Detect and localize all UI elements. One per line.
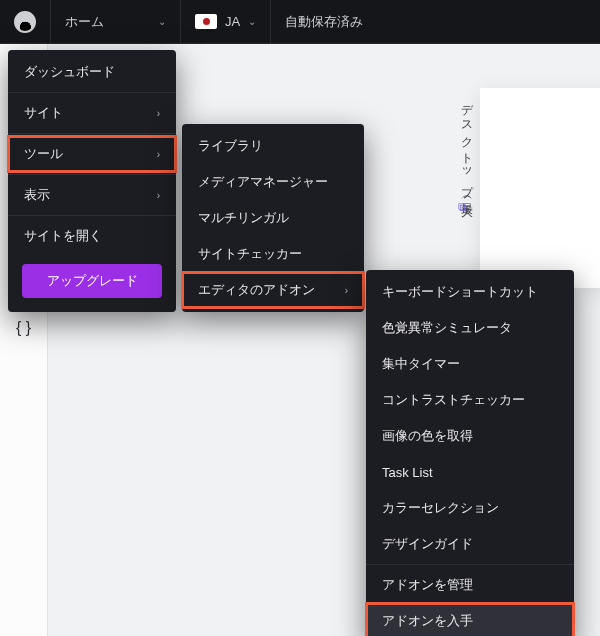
home-dropdown[interactable]: ホーム ⌄ xyxy=(51,0,181,43)
flag-jp-icon xyxy=(195,14,217,29)
submenu-item-multilingual[interactable]: マルチリンガル xyxy=(182,200,364,236)
language-code: JA xyxy=(225,14,240,29)
topbar: ホーム ⌄ JA ⌄ 自動保存済み xyxy=(0,0,600,44)
addon-item-keyboard-shortcuts[interactable]: キーボードショートカット xyxy=(366,274,574,310)
app-logo-icon xyxy=(14,11,36,33)
menu-item-tools[interactable]: ツール› xyxy=(8,136,176,172)
addon-item-color-selection[interactable]: カラーセレクション xyxy=(366,490,574,526)
chevron-right-icon: › xyxy=(345,285,348,296)
copy-icon[interactable]: ⧉ xyxy=(458,200,467,214)
chevron-right-icon: › xyxy=(157,108,160,119)
menu-item-view[interactable]: 表示› xyxy=(8,177,176,213)
code-braces-icon[interactable]: { } xyxy=(0,310,47,346)
chevron-right-icon: › xyxy=(157,149,160,160)
addons-submenu: キーボードショートカット 色覚異常シミュレータ 集中タイマー コントラストチェッ… xyxy=(366,270,574,636)
tools-submenu: ライブラリ メディアマネージャー マルチリンガル サイトチェッカー エディタのア… xyxy=(182,124,364,312)
addon-item-contrast-checker[interactable]: コントラストチェッカー xyxy=(366,382,574,418)
addon-item-task-list[interactable]: Task List xyxy=(366,454,574,490)
language-dropdown[interactable]: JA ⌄ xyxy=(181,0,271,43)
chevron-down-icon: ⌄ xyxy=(158,16,166,27)
menu-item-open-site[interactable]: サイトを開く xyxy=(8,218,176,254)
addon-item-get-image-color[interactable]: 画像の色を取得 xyxy=(366,418,574,454)
addon-item-manage-addons[interactable]: アドオンを管理 xyxy=(366,567,574,603)
main-menu: ダッシュボード サイト› ツール› 表示› サイトを開く アップグレード xyxy=(8,50,176,312)
addon-item-focus-timer[interactable]: 集中タイマー xyxy=(366,346,574,382)
menu-item-site[interactable]: サイト› xyxy=(8,95,176,131)
autosave-label: 自動保存済み xyxy=(285,13,363,31)
submenu-item-library[interactable]: ライブラリ xyxy=(182,128,364,164)
upgrade-button[interactable]: アップグレード xyxy=(22,264,162,298)
preview-card xyxy=(480,88,600,288)
chevron-right-icon: › xyxy=(157,190,160,201)
autosave-status: 自動保存済み xyxy=(271,0,377,43)
submenu-item-site-checker[interactable]: サイトチェッカー xyxy=(182,236,364,272)
addon-item-get-addons[interactable]: アドオンを入手 xyxy=(366,603,574,636)
home-label: ホーム xyxy=(65,13,104,31)
submenu-item-editor-addons[interactable]: エディタのアドオン› xyxy=(182,272,364,308)
viewport-label: デスクトップ（最大） xyxy=(458,96,475,200)
addon-item-design-guide[interactable]: デザインガイド xyxy=(366,526,574,562)
submenu-item-media-manager[interactable]: メディアマネージャー xyxy=(182,164,364,200)
chevron-down-icon: ⌄ xyxy=(248,16,256,27)
menu-item-dashboard[interactable]: ダッシュボード xyxy=(8,54,176,90)
addon-item-color-blindness-sim[interactable]: 色覚異常シミュレータ xyxy=(366,310,574,346)
app-logo-cell[interactable] xyxy=(0,0,51,43)
